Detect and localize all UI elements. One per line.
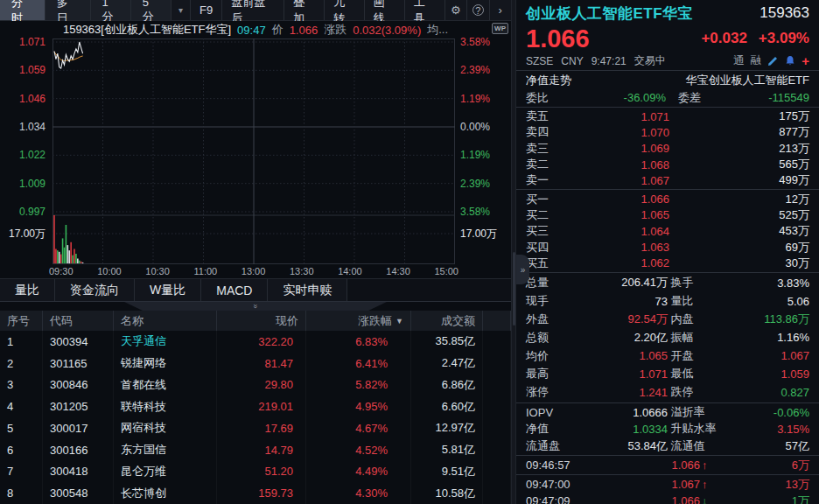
table-row[interactable]: 7300418昆仑万维51.204.49%9.51亿 <box>0 461 511 483</box>
indicator-tab[interactable]: 量比 <box>0 279 55 301</box>
bid-row[interactable]: 买一1.06612万 <box>516 191 819 206</box>
add-to-watchlist-icon[interactable]: + <box>802 53 809 68</box>
ob-volume: 30万 <box>669 256 809 271</box>
table-row[interactable]: 1300394天孚通信322.206.83%35.85亿 <box>0 331 511 353</box>
indicator-tab[interactable]: W量比 <box>135 279 201 301</box>
cell-spare <box>483 439 511 461</box>
cell-price: 322.20 <box>217 331 306 353</box>
ask-row[interactable]: 卖三1.069213万 <box>516 141 819 157</box>
indicator-tab[interactable]: MACD <box>201 279 268 301</box>
wp-badge[interactable]: WP <box>492 23 508 34</box>
price-change-pct: +3.09% <box>759 30 809 47</box>
stock-table-body: 1300394天孚通信322.206.83%35.85亿2301165锐捷网络8… <box>0 331 511 504</box>
nav-trend-label[interactable]: 净值走势 <box>526 73 571 88</box>
toolbar-action[interactable]: F9 <box>190 0 221 20</box>
ask-row[interactable]: 卖四1.070877万 <box>516 124 819 140</box>
bid-row[interactable]: 买二1.065525万 <box>516 207 819 223</box>
exchange-label: SZSE <box>526 55 553 67</box>
intraday-chart[interactable]: 159363[创业板人工智能ETF华宝] 09:47 价 1.066 涨跌 0.… <box>0 21 511 278</box>
collapse-handle[interactable]: » <box>124 302 387 311</box>
th-amount[interactable]: 成交额 <box>411 311 483 331</box>
y-axis-right: 3.58%2.39%1.19%0.00%1.19%2.39%3.58%17.00… <box>458 38 511 264</box>
table-row[interactable]: 5300017网宿科技17.694.67%12.97亿 <box>0 417 511 439</box>
quote-panel: 创业板人工智能ETF华宝 159363 1.066 +0.032 +3.09% … <box>516 0 819 504</box>
table-row[interactable]: 4301205联特科技219.014.95%6.60亿 <box>0 396 511 417</box>
view-tab[interactable]: 多日 <box>46 0 91 20</box>
table-row[interactable]: 8300548长芯博创159.734.30%10.58亿 <box>0 482 511 504</box>
table-row[interactable]: 6300166东方国信14.794.52%5.81亿 <box>0 439 511 461</box>
edit-icon[interactable] <box>767 55 779 66</box>
cell-name[interactable]: 天孚通信 <box>114 331 217 353</box>
bid-row[interactable]: 买四1.06369万 <box>516 239 819 255</box>
sort-desc-icon: ▼ <box>396 317 403 326</box>
ask-row[interactable]: 卖一1.067499万 <box>516 172 819 188</box>
expand-panel-handle[interactable]: » <box>516 255 529 284</box>
toolbar-action[interactable]: 工具 <box>404 0 444 20</box>
cell-name[interactable]: 长芯博创 <box>114 482 217 504</box>
change-value: 0.032(3.09%) <box>353 24 421 37</box>
th-code[interactable]: 代码 <box>43 311 114 331</box>
cell-amount: 9.51亿 <box>411 461 483 483</box>
tick-price: 1.066↓ <box>587 494 748 504</box>
cell-name[interactable]: 联特科技 <box>114 396 217 417</box>
view-tab[interactable]: 1分 <box>91 0 131 20</box>
cell-seq: 7 <box>0 461 43 483</box>
cell-name[interactable]: 昆仑万维 <box>114 461 217 483</box>
gear-icon[interactable]: ⚙ <box>444 0 466 20</box>
panel-splitter[interactable] <box>511 0 516 504</box>
x-axis-label: 14:00 <box>338 266 362 276</box>
stat-label: 最低 <box>668 366 748 382</box>
toolbar-action[interactable]: 盘前盘后 <box>221 0 284 20</box>
toolbar-action[interactable]: 九转 <box>324 0 364 20</box>
cell-name[interactable]: 网宿科技 <box>114 417 217 439</box>
toolbar-actions: F9盘前盘后叠加九转画线工具 <box>190 0 444 20</box>
cell-name[interactable]: 东方国信 <box>114 439 217 461</box>
th-change-sorted[interactable]: 涨跌幅▼ <box>306 311 411 331</box>
indicator-tab[interactable]: 资金流向 <box>55 279 135 301</box>
etf-name[interactable]: 创业板人工智能ETF华宝 <box>526 4 693 24</box>
cell-code: 300846 <box>43 374 114 396</box>
stat-label: 现手 <box>526 293 578 309</box>
chart-plot[interactable] <box>52 38 455 264</box>
alert-bell-icon[interactable] <box>785 55 795 66</box>
help-icon[interactable]: ? <box>466 0 488 20</box>
stock-table-header: 序号代码名称现价涨跌幅▼成交额 <box>0 311 511 331</box>
bid-row[interactable]: 买三1.064453万 <box>516 223 819 239</box>
chevron-right-icon[interactable]: › <box>489 0 511 20</box>
ob-price: 1.062 <box>566 256 669 270</box>
stat-value: 1.065 <box>578 349 668 362</box>
indicator-tab[interactable]: 实时申赎 <box>268 279 347 301</box>
tick-time: 09:47:09 <box>526 494 587 504</box>
cell-price: 29.80 <box>217 374 306 396</box>
ob-level-label: 卖一 <box>526 172 566 188</box>
ask-row[interactable]: 卖二1.068565万 <box>516 157 819 172</box>
stat-value: 1.059 <box>748 368 809 381</box>
cell-amount: 5.81亿 <box>411 439 483 461</box>
table-row[interactable]: 2301165锐捷网络81.476.41%2.47亿 <box>0 353 511 374</box>
table-row[interactable]: 3300846首都在线29.805.82%6.86亿 <box>0 374 511 396</box>
scrollbar-thumb[interactable] <box>513 252 515 326</box>
x-axis-label: 10:30 <box>145 266 170 276</box>
ask-row[interactable]: 卖五1.071175万 <box>516 108 819 124</box>
cell-change-pct: 4.67% <box>306 417 411 439</box>
toolbar-action[interactable]: 画线 <box>364 0 404 20</box>
view-tab[interactable]: 5分 <box>131 0 172 20</box>
cell-name[interactable]: 锐捷网络 <box>114 353 217 374</box>
chevron-down-icon[interactable]: ▾ <box>172 0 190 20</box>
x-axis-label: 10:00 <box>97 266 122 276</box>
cell-name[interactable]: 首都在线 <box>114 374 217 396</box>
stat-label: 振幅 <box>668 330 748 346</box>
bid-row[interactable]: 买五1.06230万 <box>516 256 819 271</box>
toolbar-action[interactable]: 叠加 <box>284 0 324 20</box>
th-price[interactable]: 现价 <box>217 311 306 331</box>
x-axis-label: 13:00 <box>242 266 266 276</box>
view-tab[interactable]: 分时 <box>0 0 46 20</box>
trading-status: 交易中 <box>634 53 666 68</box>
tick-row: 09:47:001.067↑13万 <box>516 476 819 493</box>
ob-price: 1.069 <box>566 142 669 155</box>
volume-bar <box>75 254 77 263</box>
th-seq[interactable]: 序号 <box>0 311 43 331</box>
weibi-label: 委比 <box>526 90 563 106</box>
help-glyph: ? <box>472 4 484 16</box>
th-name[interactable]: 名称 <box>114 311 217 331</box>
